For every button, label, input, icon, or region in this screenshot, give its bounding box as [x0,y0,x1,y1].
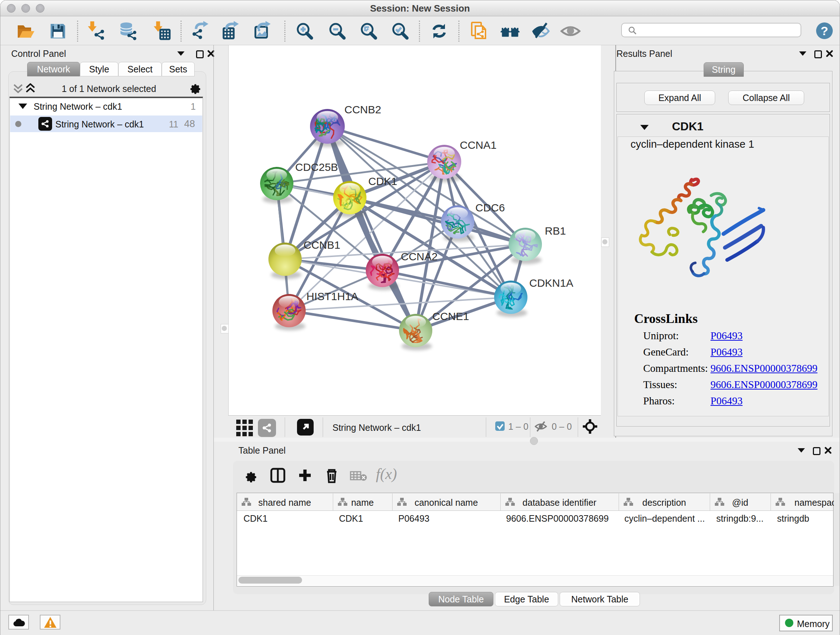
svg-text:RB1: RB1 [545,225,566,237]
svg-text:CDC6: CDC6 [475,202,505,214]
svg-text:CCNA2: CCNA2 [401,250,438,263]
svg-text:CDKN1A: CDKN1A [529,277,573,289]
svg-text:HIST1H1A: HIST1H1A [306,290,358,302]
svg-text:CCNE1: CCNE1 [432,310,469,322]
svg-text:CDK1: CDK1 [368,175,397,187]
svg-text:CCNA1: CCNA1 [460,139,497,151]
svg-text:CCNB2: CCNB2 [344,103,381,116]
svg-text:CCNB1: CCNB1 [303,239,340,251]
svg-text:CDC25B: CDC25B [295,161,338,173]
